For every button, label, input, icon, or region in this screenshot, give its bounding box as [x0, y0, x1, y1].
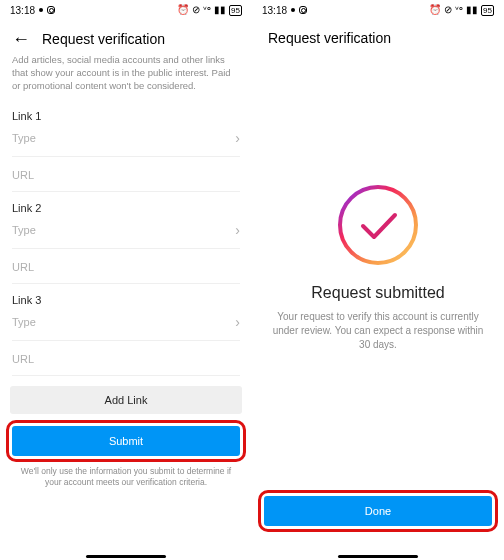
back-arrow-icon[interactable]: ←	[12, 30, 30, 48]
svg-point-0	[340, 187, 416, 263]
header: Request verification	[252, 20, 504, 52]
link2-type-placeholder: Type	[12, 224, 36, 236]
screen-left-form: 13:18 ⏰ ⊘ ᵛᵒ ▮▮ 95 ← Request verificatio…	[0, 0, 252, 560]
chevron-right-icon: ›	[235, 314, 240, 330]
link3-label: Link 3	[12, 294, 240, 306]
screen-right-success: 13:18 ⏰ ⊘ ᵛᵒ ▮▮ 95 Request verification	[252, 0, 504, 560]
link2-url-input[interactable]: URL	[12, 261, 240, 284]
done-button[interactable]: Done	[264, 496, 492, 526]
dnd-icon: ⊘	[444, 5, 452, 15]
link2-type-select[interactable]: Type ›	[12, 220, 240, 249]
link3-type-placeholder: Type	[12, 316, 36, 328]
highlight-annotation: Done	[258, 490, 498, 532]
chevron-right-icon: ›	[235, 130, 240, 146]
highlight-annotation: Submit	[6, 420, 246, 462]
status-dot-icon	[291, 8, 295, 12]
status-dot-icon	[39, 8, 43, 12]
home-indicator	[338, 555, 418, 558]
status-instagram-icon	[299, 6, 307, 14]
signal-icon: ▮▮	[466, 5, 478, 15]
status-time: 13:18	[10, 5, 35, 16]
status-time: 13:18	[262, 5, 287, 16]
status-bar: 13:18 ⏰ ⊘ ᵛᵒ ▮▮ 95	[252, 0, 504, 20]
link1-type-select[interactable]: Type ›	[12, 128, 240, 157]
signal-icon: ▮▮	[214, 5, 226, 15]
submitted-title: Request submitted	[311, 284, 444, 302]
success-check-icon	[335, 182, 421, 268]
header: ← Request verification	[0, 20, 252, 54]
battery-icon: 95	[229, 5, 242, 16]
link3-url-input[interactable]: URL	[12, 353, 240, 376]
link3-type-select[interactable]: Type ›	[12, 312, 240, 341]
volte-icon: ᵛᵒ	[455, 5, 463, 15]
alarm-icon: ⏰	[429, 5, 441, 15]
submit-button[interactable]: Submit	[12, 426, 240, 456]
page-title: Request verification	[268, 30, 391, 46]
add-link-button[interactable]: Add Link	[10, 386, 242, 414]
footnote-text: We'll only use the information you submi…	[0, 464, 252, 487]
battery-icon: 95	[481, 5, 494, 16]
link1-label: Link 1	[12, 110, 240, 122]
alarm-icon: ⏰	[177, 5, 189, 15]
home-indicator	[86, 555, 166, 558]
helper-text: Add articles, social media accounts and …	[0, 54, 252, 100]
link1-type-placeholder: Type	[12, 132, 36, 144]
dnd-icon: ⊘	[192, 5, 200, 15]
page-title: Request verification	[42, 31, 165, 47]
chevron-right-icon: ›	[235, 222, 240, 238]
link1-url-input[interactable]: URL	[12, 169, 240, 192]
link2-label: Link 2	[12, 202, 240, 214]
submitted-text: Your request to verify this account is c…	[270, 310, 486, 352]
status-bar: 13:18 ⏰ ⊘ ᵛᵒ ▮▮ 95	[0, 0, 252, 20]
status-instagram-icon	[47, 6, 55, 14]
volte-icon: ᵛᵒ	[203, 5, 211, 15]
